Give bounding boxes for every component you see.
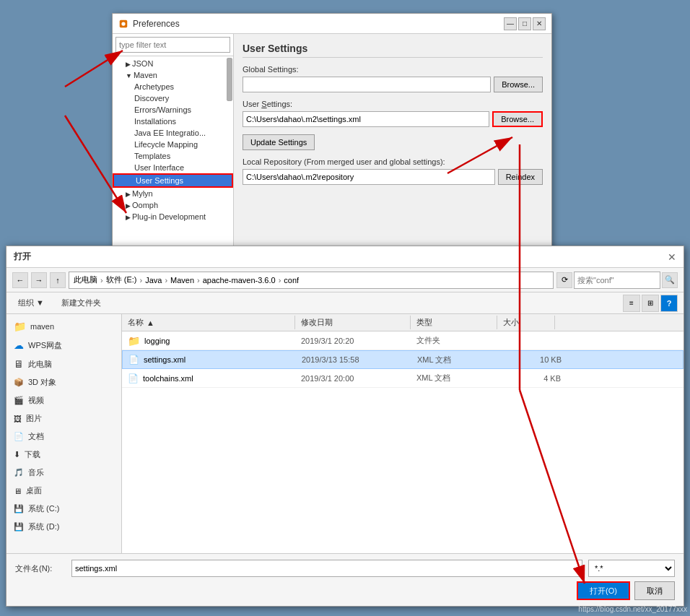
sidebar-item-maven[interactable]: 📁 maven [6,317,121,336]
open-button[interactable]: 打开(O) [577,581,630,600]
tree-area: ▶JSON ▼Maven Archetypes Discovery Errors… [113,56,233,261]
help-button[interactable]: ? [660,295,678,312]
user-settings-input[interactable] [243,111,489,127]
sidebar-item-drive-c[interactable]: 💾 系统 (C:) [6,500,121,518]
video-icon: 🎬 [14,396,24,405]
file-list-header: 名称 ▲ 修改日期 类型 大小 [122,314,684,331]
breadcrumb-part-3[interactable]: Java [145,276,162,285]
file-row-logging[interactable]: 📁 logging 2019/3/1 20:20 文件夹 [122,331,684,350]
breadcrumb-part-6[interactable]: conf [284,276,299,285]
back-button[interactable]: ← [12,272,28,288]
file-sidebar: 📁 maven ☁ WPS网盘 🖥 此电脑 📦 3D 对象 🎬 视频 🖼 [6,314,122,553]
sidebar-item-documents[interactable]: 📄 文档 [6,428,121,446]
open-dialog-titlebar: 打开 ✕ [6,246,684,268]
drive-d-icon: 💾 [14,522,24,532]
breadcrumb-part-4[interactable]: Maven [170,276,194,285]
user-input-row: Browse... [243,111,543,127]
preferences-right-panel: User Settings Global Settings: Browse...… [234,34,551,261]
new-folder-button[interactable]: 新建文件夹 [56,295,107,311]
sidebar-item-drive-d[interactable]: 💾 系统 (D:) [6,518,121,536]
search-input[interactable] [115,37,230,53]
scrollbar-thumb[interactable] [227,58,232,101]
breadcrumb-part-1[interactable]: 此电脑 [74,274,97,285]
titlebar-left: Preferences [118,19,180,29]
pc-icon: 🖥 [14,358,24,370]
minimize-button[interactable]: — [504,17,517,30]
cloud-icon: ☁ [14,339,24,351]
tree-item-user-settings[interactable]: User Settings [113,173,233,188]
close-button[interactable]: ✕ [533,17,546,30]
sidebar-item-video[interactable]: 🎬 视频 [6,391,121,409]
sidebar-item-label: 桌面 [26,485,42,496]
tree-item-templates[interactable]: Templates [113,150,233,162]
tree-item-errors[interactable]: Errors/Warnings [113,104,233,116]
update-settings-button[interactable]: Update Settings [243,134,315,150]
tree-item-user-interface[interactable]: User Interface [113,162,233,173]
tree-item-mylyn[interactable]: ▶Mylyn [113,188,233,199]
reindex-button[interactable]: Reindex [498,169,543,185]
open-dialog-close-button[interactable]: ✕ [668,251,676,263]
sidebar-item-label: 下载 [25,449,40,460]
tree-item-plugin-dev[interactable]: ▶Plug-in Development [113,211,233,222]
sidebar-item-desktop[interactable]: 🖥 桌面 [6,482,121,500]
tree-item-lifecycle[interactable]: Lifecycle Mapping [113,139,233,150]
filetype-select[interactable]: *.* [588,560,675,577]
user-browse-button[interactable]: Browse... [492,111,543,127]
search-box [113,34,233,56]
column-type-header[interactable]: 类型 [411,316,497,329]
breadcrumb-bar[interactable]: 此电脑 › 软件 (E:) › Java › Maven › apache-ma… [69,272,554,289]
details-view-button[interactable]: ⊞ [642,295,659,312]
up-button[interactable]: ↑ [50,272,66,288]
file-date-settings: 2019/3/13 15:58 [302,355,417,364]
file-date-toolchains: 2019/3/1 20:00 [301,374,416,383]
list-view-button[interactable]: ≡ [623,295,640,312]
breadcrumb-part-2[interactable]: 软件 (E:) [106,274,137,285]
organize-button[interactable]: 组织 ▼ [12,295,50,311]
sidebar-item-label: 系统 (D:) [28,521,59,532]
sidebar-item-3d[interactable]: 📦 3D 对象 [6,373,121,391]
global-browse-button[interactable]: Browse... [494,77,543,92]
sidebar-item-label: maven [30,322,54,331]
global-settings-field: Global Settings: Browse... [243,65,543,92]
tree-item-installations[interactable]: Installations [113,116,233,127]
filename-label: 文件名(N): [15,563,66,574]
local-repo-label: Local Repository (From merged user and g… [243,157,543,166]
local-repo-input[interactable] [243,169,495,185]
file-row-toolchains-xml[interactable]: 📄 toolchains.xml 2019/3/1 20:00 XML 文档 4… [122,369,684,388]
tree-item-oomph[interactable]: ▶Oomph [113,199,233,211]
column-date-header[interactable]: 修改日期 [295,316,411,329]
section-title: User Settings [243,43,543,58]
open-file-dialog: 打开 ✕ ← → ↑ 此电脑 › 软件 (E:) › Java › Maven … [6,246,684,607]
restore-button[interactable]: □ [518,17,531,30]
local-repo-field: Local Repository (From merged user and g… [243,157,543,185]
documents-icon: 📄 [14,432,24,441]
filename-input[interactable] [71,560,582,577]
global-settings-input[interactable] [243,77,491,92]
sidebar-item-pictures[interactable]: 🖼 图片 [6,409,121,428]
sidebar-item-this-pc[interactable]: 🖥 此电脑 [6,355,121,373]
forward-button[interactable]: → [31,272,47,288]
tree-item-discovery[interactable]: Discovery [113,92,233,104]
file-row-settings-xml[interactable]: 📄 settings.xml 2019/3/13 15:58 XML 文档 10… [122,350,684,369]
column-size-header[interactable]: 大小 [497,316,555,329]
file-list: 📁 logging 2019/3/1 20:20 文件夹 📄 settings.… [122,331,684,553]
sidebar-item-wps[interactable]: ☁ WPS网盘 [6,336,121,355]
dialog-body: ▶JSON ▼Maven Archetypes Discovery Errors… [113,34,551,261]
search-button[interactable]: 🔍 [662,272,678,288]
sidebar-item-label: 系统 (C:) [28,503,59,514]
global-settings-label: Global Settings: [243,65,543,74]
breadcrumb-part-5[interactable]: apache-maven-3.6.0 [203,276,276,285]
cancel-button[interactable]: 取消 [634,581,675,600]
search-input-right[interactable] [574,272,660,289]
watermark: https://blog.csdn.net/xx_20177xxx [578,605,687,613]
tree-item-javaee[interactable]: Java EE Integratio... [113,127,233,139]
tree-item-json[interactable]: ▶JSON [113,58,233,69]
sidebar-item-downloads[interactable]: ⬇ 下载 [6,446,121,464]
sidebar-item-music[interactable]: 🎵 音乐 [6,464,121,482]
column-name-header[interactable]: 名称 ▲ [122,316,295,329]
refresh-button[interactable]: ⟳ [556,272,572,288]
tree-item-archetypes[interactable]: Archetypes [113,81,233,92]
preferences-title: Preferences [133,19,180,29]
file-list-area: 名称 ▲ 修改日期 类型 大小 📁 logging 2 [122,314,684,553]
tree-item-maven[interactable]: ▼Maven [113,69,233,81]
